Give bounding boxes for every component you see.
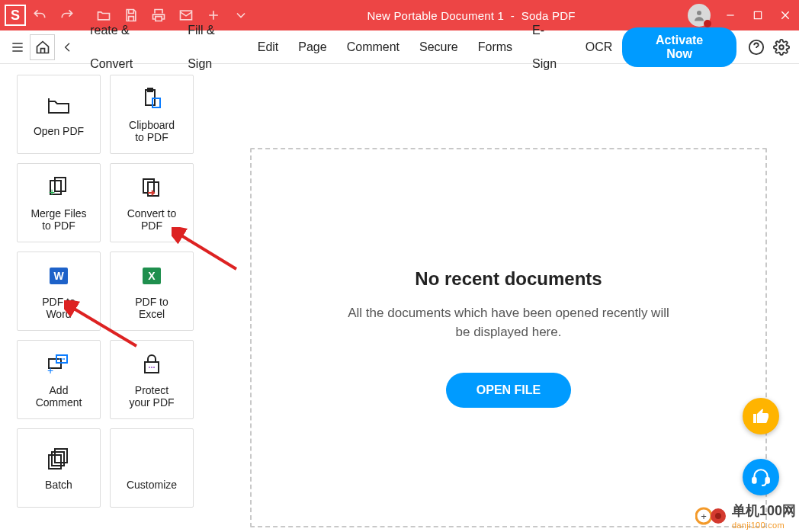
svg-text:+: + xyxy=(49,186,55,198)
minimize-button[interactable] xyxy=(717,0,744,30)
svg-point-26 xyxy=(153,367,155,368)
home-button[interactable] xyxy=(30,34,55,60)
help-button[interactable] xyxy=(744,34,769,60)
close-button[interactable] xyxy=(772,0,799,30)
tool-label: PDF to Excel xyxy=(135,296,168,320)
no-recent-subtitle: All the documents which have been opened… xyxy=(341,303,676,342)
tool-to-excel[interactable]: XPDF to Excel xyxy=(110,252,194,331)
menu-item-comment[interactable]: Comment xyxy=(337,30,409,64)
menu-item-forms[interactable]: Forms xyxy=(468,30,522,64)
content-area: No recent documents All the documents wh… xyxy=(204,64,799,532)
menu-item-edit[interactable]: Edit xyxy=(248,30,289,64)
tool-label: Open PDF xyxy=(34,125,84,137)
tool-grid: Open PDFClipboard to PDF+Merge Files to … xyxy=(0,64,204,532)
tool-customize[interactable]: Customize xyxy=(110,428,194,508)
svg-text:+: + xyxy=(701,511,707,522)
back-button[interactable] xyxy=(55,34,80,60)
svg-rect-7 xyxy=(152,98,160,107)
activate-button[interactable]: Activate Now xyxy=(622,27,736,67)
tool-label: Add Comment xyxy=(36,384,82,409)
menu-item-ocr[interactable]: OCR xyxy=(576,30,623,64)
convert-icon xyxy=(139,174,165,201)
svg-rect-32 xyxy=(752,478,756,483)
svg-point-1 xyxy=(697,11,701,15)
user-avatar[interactable] xyxy=(688,4,711,27)
svg-point-4 xyxy=(780,45,785,50)
svg-rect-28 xyxy=(52,452,64,466)
tool-convert[interactable]: Convert to PDF xyxy=(110,163,194,242)
svg-point-25 xyxy=(151,367,152,368)
lock-icon xyxy=(139,351,165,378)
settings-button[interactable] xyxy=(769,34,794,60)
svg-point-24 xyxy=(149,367,150,368)
open-file-button[interactable]: OPEN FILE xyxy=(446,373,571,408)
tool-to-word[interactable]: WPDF to Word xyxy=(17,252,101,331)
svg-point-37 xyxy=(715,513,721,519)
watermark-text: 单机100网 xyxy=(732,503,796,518)
tool-label: Clipboard to PDF xyxy=(129,119,175,143)
watermark-url: danji100.com xyxy=(732,521,785,530)
word-icon: W xyxy=(47,262,71,290)
svg-rect-33 xyxy=(766,478,769,483)
menu-item-secure[interactable]: Secure xyxy=(409,30,468,64)
tool-label: Convert to PDF xyxy=(127,207,177,232)
undo-button[interactable] xyxy=(26,0,53,30)
tool-label: Protect your PDF xyxy=(129,384,174,409)
tool-merge[interactable]: +Merge Files to PDF xyxy=(17,163,101,242)
folder-icon xyxy=(46,91,72,119)
menu-item-reate-convert[interactable]: reate & Convert xyxy=(80,14,178,81)
tool-label: Batch xyxy=(45,479,72,491)
excel-icon: X xyxy=(140,262,164,290)
main-toolbar: reate & ConvertFill & SignEditPageCommen… xyxy=(0,30,799,64)
svg-text:X: X xyxy=(148,270,156,282)
tool-label: Customize xyxy=(127,479,177,491)
svg-point-21 xyxy=(63,358,65,360)
maximize-button[interactable] xyxy=(744,0,772,30)
svg-text:+: + xyxy=(47,364,53,376)
tool-clipboard-pdf[interactable]: Clipboard to PDF xyxy=(110,75,194,154)
svg-point-20 xyxy=(61,358,63,360)
tool-label: PDF to Word xyxy=(42,296,75,320)
tool-protect[interactable]: Protect your PDF xyxy=(110,340,194,419)
svg-point-19 xyxy=(59,358,60,360)
recent-documents-zone: No recent documents All the documents wh… xyxy=(250,148,767,527)
comment-icon: + xyxy=(46,351,72,378)
no-recent-title: No recent documents xyxy=(415,268,602,290)
watermark: + 单机100网 danji100.com xyxy=(695,502,796,530)
tool-add-comment[interactable]: +Add Comment xyxy=(17,340,101,419)
app-logo: S xyxy=(5,5,26,26)
merge-icon: + xyxy=(46,174,72,201)
menu-item-page[interactable]: Page xyxy=(288,30,336,64)
batch-icon xyxy=(46,445,72,473)
tool-open-pdf[interactable]: Open PDF xyxy=(17,75,101,154)
svg-rect-6 xyxy=(148,88,152,91)
main-area: Open PDFClipboard to PDF+Merge Files to … xyxy=(0,64,799,532)
clipboard-icon xyxy=(139,85,165,113)
tool-label: Merge Files to PDF xyxy=(30,207,86,232)
redo-button[interactable] xyxy=(53,0,81,30)
svg-text:W: W xyxy=(53,270,64,282)
feedback-button[interactable] xyxy=(743,398,779,434)
svg-rect-2 xyxy=(754,11,761,18)
watermark-icon: + xyxy=(695,506,729,526)
tool-batch[interactable]: Batch xyxy=(17,428,101,508)
hamburger-menu[interactable] xyxy=(5,34,30,60)
support-button[interactable] xyxy=(743,459,779,495)
